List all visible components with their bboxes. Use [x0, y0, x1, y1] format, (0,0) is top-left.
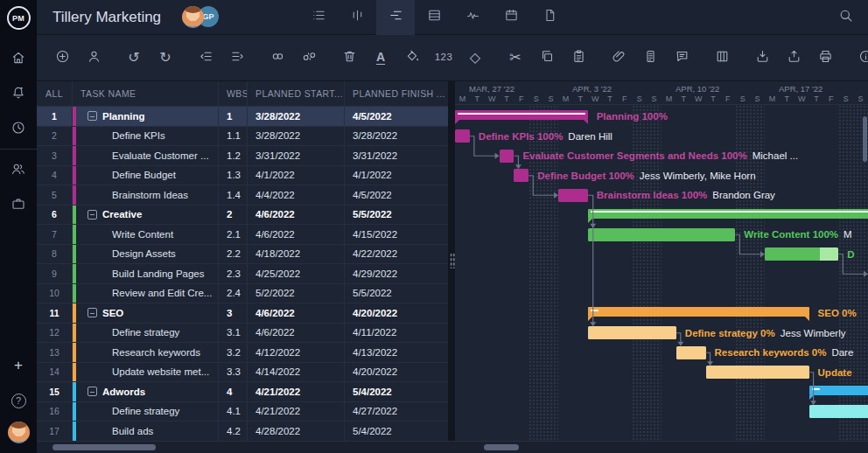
table-row[interactable]: 1Planning13/28/20224/5/2022: [37, 107, 448, 127]
gantt-bar[interactable]: [765, 247, 838, 261]
gantt-bar[interactable]: [809, 386, 868, 395]
outdent-button[interactable]: [196, 48, 215, 67]
table-row[interactable]: 3Evaluate Customer ...1.23/31/20223/31/2…: [37, 146, 448, 166]
view-tab-calendar[interactable]: [492, 0, 530, 35]
gantt-bar[interactable]: [588, 307, 809, 317]
table-row[interactable]: 14Update website met...3.34/14/20224/20/…: [37, 363, 448, 383]
redo-button[interactable]: ↻: [156, 48, 175, 67]
view-tab-sheet[interactable]: [415, 0, 453, 35]
table-row[interactable]: 17Build ads4.24/28/20225/4/2022: [37, 422, 448, 441]
task-color-strip: [73, 107, 76, 126]
table-row[interactable]: 11SEO34/6/20224/20/2022: [37, 303, 448, 324]
add-task-button[interactable]: [52, 48, 72, 67]
day-letter: S: [632, 94, 647, 103]
table-row[interactable]: 7Write Content2.14/6/20224/15/2022: [37, 225, 448, 245]
gantt-bar[interactable]: [706, 366, 809, 379]
collapse-toggle-icon[interactable]: [88, 210, 97, 220]
row-number: 13: [37, 343, 73, 362]
pane-splitter[interactable]: [448, 81, 455, 441]
task-name: Brainstorm Ideas: [112, 190, 188, 200]
attachment-button[interactable]: [609, 48, 628, 67]
table-row[interactable]: 9Build Landing Pages2.34/25/20224/29/202…: [37, 264, 448, 284]
gantt-bar[interactable]: [500, 150, 514, 163]
copy-button[interactable]: [537, 48, 556, 67]
gantt-vertical-scrollbar[interactable]: [863, 116, 867, 162]
column-header-all[interactable]: ALL: [37, 81, 73, 106]
columns-button[interactable]: [712, 48, 732, 67]
info-button[interactable]: [856, 48, 868, 67]
wbs-cell: 2: [219, 206, 248, 225]
link-tasks-button[interactable]: [268, 48, 287, 67]
assign-button[interactable]: [84, 48, 103, 67]
gantt-bar[interactable]: [558, 189, 588, 202]
task-name: Define strategy: [112, 406, 179, 416]
view-tab-activity[interactable]: [453, 0, 492, 35]
gantt-horizontal-scrollbar[interactable]: [484, 444, 519, 450]
table-row[interactable]: 13Research keywords3.24/12/20224/13/2022: [37, 343, 448, 363]
gantt-bar[interactable]: [588, 209, 868, 219]
import-button[interactable]: [752, 48, 772, 67]
cut-button[interactable]: ✂: [506, 48, 525, 67]
paste-button[interactable]: [569, 48, 588, 67]
help-button[interactable]: ?: [0, 383, 37, 418]
table-horizontal-scrollbar[interactable]: [52, 444, 156, 450]
top-bar: Tillery Marketing GP: [37, 0, 868, 35]
project-members[interactable]: GP: [182, 6, 219, 28]
gantt-bar[interactable]: [455, 129, 470, 143]
user-profile-button[interactable]: [0, 418, 37, 453]
fill-color-button[interactable]: [402, 48, 422, 67]
member-avatar[interactable]: [182, 6, 204, 28]
collapse-toggle-icon[interactable]: [88, 111, 97, 121]
table-row[interactable]: 16Define strategy4.14/21/20224/27/2022: [37, 402, 448, 422]
gantt-bar[interactable]: [809, 405, 868, 418]
comment-button[interactable]: [672, 48, 691, 67]
search-button[interactable]: [835, 7, 856, 28]
sidebar-item-recent[interactable]: [0, 112, 37, 147]
view-tab-list[interactable]: [299, 0, 338, 35]
delete-button[interactable]: [340, 48, 359, 67]
table-row[interactable]: 10Review and Edit Cre...2.45/2/20225/5/2…: [37, 284, 448, 304]
table-row[interactable]: 8Design Assets2.24/18/20224/22/2022: [37, 245, 448, 265]
table-row[interactable]: 6Creative24/6/20225/5/2022: [37, 206, 448, 226]
gantt-chart: MAR, 27 '22APR, 3 '22APR, 10 '22APR, 17 …: [455, 81, 868, 441]
print-button[interactable]: [816, 48, 835, 67]
column-header-planned-start[interactable]: PLANNED START...: [248, 81, 345, 106]
sidebar-item-team[interactable]: [0, 153, 37, 188]
collapse-toggle-icon[interactable]: [88, 308, 97, 317]
collapse-toggle-icon[interactable]: [88, 387, 97, 396]
table-row[interactable]: 2Define KPIs1.13/28/20223/28/2022: [37, 127, 448, 147]
view-tab-gantt[interactable]: [376, 0, 415, 35]
day-letter: M: [455, 94, 470, 103]
table-row[interactable]: 12Define strategy3.14/6/20224/11/2022: [37, 324, 448, 344]
table-row[interactable]: 4Define Budget1.34/1/20224/1/2022: [37, 166, 448, 186]
gantt-bar[interactable]: [455, 110, 588, 120]
sidebar-item-home[interactable]: [0, 42, 37, 77]
gantt-bar[interactable]: [514, 169, 528, 182]
progress-line: [812, 388, 820, 390]
add-new-button[interactable]: +: [0, 348, 37, 383]
planned-start-cell: 4/12/2022: [248, 343, 345, 362]
export-button[interactable]: [784, 48, 803, 67]
sidebar-item-notifications[interactable]: [0, 77, 37, 112]
notes-button[interactable]: [640, 48, 660, 67]
task-color-strip: [73, 363, 76, 382]
unlink-tasks-button[interactable]: [299, 48, 318, 67]
week-label: MAR, 27 '22: [469, 84, 514, 94]
table-row[interactable]: 15Adwords44/21/20225/4/2022: [37, 382, 448, 402]
gantt-bar[interactable]: [588, 326, 676, 339]
column-header-wbs[interactable]: WBS: [219, 81, 248, 106]
gantt-bar[interactable]: [588, 228, 736, 241]
column-header-planned-finish[interactable]: PLANNED FINISH ...: [345, 81, 448, 106]
numbers-button[interactable]: 123: [434, 48, 453, 67]
gantt-bar[interactable]: [676, 346, 706, 359]
table-row[interactable]: 5Brainstorm Ideas1.44/4/20224/5/2022: [37, 185, 448, 206]
view-tab-board[interactable]: [338, 0, 376, 35]
app-logo[interactable]: PM: [7, 6, 31, 30]
milestone-button[interactable]: ◇: [466, 48, 485, 67]
sidebar-item-portfolio[interactable]: [0, 188, 37, 223]
indent-button[interactable]: [228, 48, 247, 67]
view-tab-docs[interactable]: [530, 0, 569, 35]
underline-button[interactable]: A: [371, 48, 390, 67]
column-header-task-name[interactable]: TASK NAME: [73, 81, 219, 106]
undo-button[interactable]: ↺: [124, 48, 144, 67]
